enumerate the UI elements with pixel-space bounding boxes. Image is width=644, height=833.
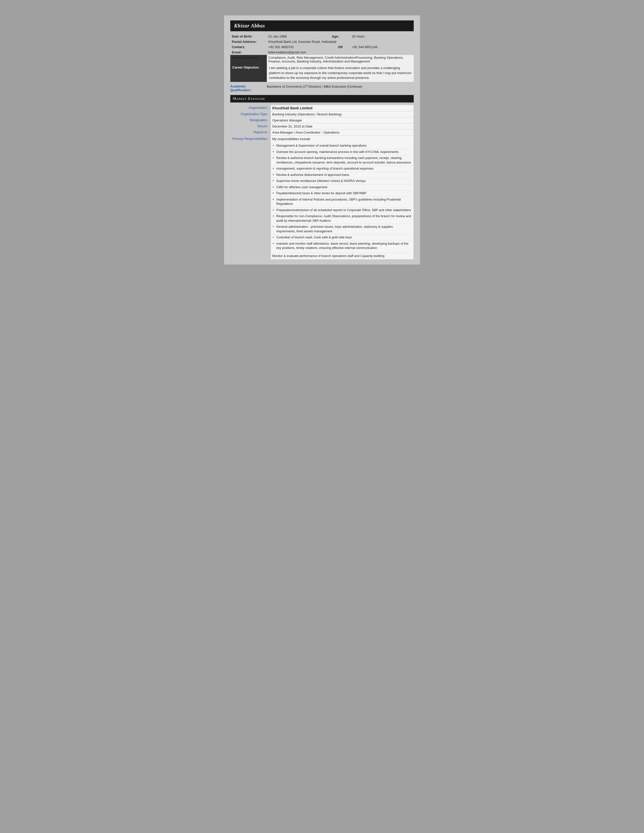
list-item: Management & Supervision of overall bran… <box>272 143 412 149</box>
responsibilities-value: My responsibilities include Management &… <box>271 135 414 259</box>
email-value: letters4abbas@gmail.com <box>267 50 414 55</box>
address-label: Postal Address: <box>230 39 267 44</box>
career-row: Career Objective: I am seeking a job in … <box>230 64 414 82</box>
list-item: General administration - premises issues… <box>272 224 412 235</box>
report-value: Area Manager / Area Coordinator - Operat… <box>271 129 414 135</box>
primary-label: Primary Responsibilities : <box>230 135 271 259</box>
list-item: Responsible for non-Compliance, Audit Ob… <box>272 214 412 224</box>
address-value: Khushhali Bank Ltd, Kassoke Road, Hafiza… <box>267 39 414 44</box>
market-exposure-title: Market Exposure <box>233 96 265 101</box>
or-text: OR <box>330 44 350 50</box>
org-row: Organization : Khushhali Bank Limited <box>230 105 414 111</box>
designation-value: Operations Manager <box>271 117 414 123</box>
market-exposure-table: Organization : Khushhali Bank Limited Or… <box>230 105 414 260</box>
org-type-value: Banking Industry (Operations / Branch Ba… <box>271 111 414 117</box>
report-row: Report to : Area Manager / Area Coordina… <box>230 129 414 135</box>
academic-label: Academic Qualification : <box>230 84 267 92</box>
resume-container: Khizar Abbas Date of Birth: 01-Jan-1988 … <box>224 15 420 265</box>
interests-label: Areas of Interest: <box>230 55 267 64</box>
contact-value1: +92 301 4850731 <box>267 44 330 50</box>
email-row: Email: letters4abbas@gmail.com <box>230 50 414 55</box>
designation-label: Designation : <box>230 117 271 123</box>
org-type-label: Organization Type : <box>230 111 271 117</box>
list-item: Oversee the account opening, maintenance… <box>272 149 412 156</box>
candidate-name: Khizar Abbas <box>234 23 265 29</box>
tenure-row: Tenure : December 31, 2015 to Date <box>230 123 414 129</box>
list-item: Review & authorize branch banking transa… <box>272 155 412 166</box>
academic-value: Bachelors of Commerce (1st Division) / M… <box>267 84 362 92</box>
academic-row: Academic Qualification : Bachelors of Co… <box>230 84 414 92</box>
responsibilities-row: Primary Responsibilities : My responsibi… <box>230 135 414 259</box>
tenure-label: Tenure : <box>230 123 271 129</box>
org-label: Organization : <box>230 105 271 111</box>
interests-value: Compliance, Audit, Risk Management, Cred… <box>267 55 414 64</box>
age-value: 29 Years <box>350 34 414 39</box>
org-type-row: Organization Type : Banking Industry (Op… <box>230 111 414 117</box>
monitor-text: Monitor & evaluate performance of branch… <box>272 253 412 259</box>
report-label: Report to : <box>230 129 271 135</box>
list-item: maintain and monitor staff attendance, l… <box>272 241 412 251</box>
list-item: Payable/deducted taxes & other levies fo… <box>272 190 412 197</box>
interests-row: Areas of Interest: Compliance, Audit, Ri… <box>230 55 414 64</box>
tenure-value: December 31, 2015 to Date <box>271 123 414 129</box>
contact-value2: +92 344 6651146 <box>350 44 414 50</box>
list-item: Review & authorize disbursement of appro… <box>272 172 412 178</box>
list-item: Custodian of branch vault, Cash safe & g… <box>272 235 412 241</box>
age-label: Age: <box>330 34 350 39</box>
personal-info-table: Date of Birth: 01-Jan-1988 Age: 29 Years… <box>230 34 414 82</box>
academic-section: Academic Qualification : Bachelors of Co… <box>230 84 414 92</box>
list-item: Implementation of Internal Policies and … <box>272 197 412 207</box>
contact-label: Contact: <box>230 44 267 50</box>
career-label: Career Objective: <box>230 64 267 82</box>
email-label: Email: <box>230 50 267 55</box>
org-value: Khushhali Bank Limited <box>271 105 414 111</box>
address-row: Postal Address: Khushhali Bank Ltd, Kass… <box>230 39 414 44</box>
contact-row: Contact: +92 301 4850731 OR +92 344 6651… <box>230 44 414 50</box>
dob-row: Date of Birth: 01-Jan-1988 Age: 29 Years <box>230 34 414 39</box>
designation-row: Designation : Operations Manager <box>230 117 414 123</box>
resp-intro: My responsibilities include <box>272 137 412 142</box>
list-item: CMD for effective cash management <box>272 185 412 191</box>
dob-label: Date of Birth: <box>230 34 267 39</box>
responsibilities-list: Management & Supervision of overall bran… <box>272 143 412 251</box>
dob-value: 01-Jan-1988 <box>267 34 330 39</box>
name-header: Khizar Abbas <box>230 21 414 31</box>
list-item: Preparation/submission of all scheduled … <box>272 207 412 214</box>
market-exposure-header: Market Exposure <box>230 95 414 103</box>
list-item: Supervise home remittances (Western Unio… <box>272 178 412 185</box>
list-item: management, supervision & reporting of b… <box>272 166 412 172</box>
career-value: I am seeking a job in a corporate cultur… <box>267 64 414 82</box>
